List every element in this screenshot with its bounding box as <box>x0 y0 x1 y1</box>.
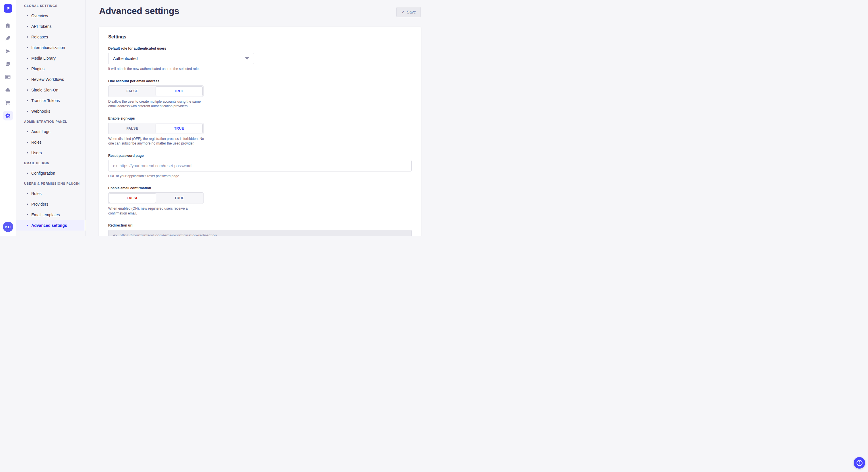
rail-nav <box>3 16 13 121</box>
layout-icon[interactable] <box>3 72 13 82</box>
sidebar-item-label: Plugins <box>31 67 44 71</box>
email-confirmation-false-option[interactable]: FALSE <box>109 193 156 203</box>
one-account-label: One account per email address <box>108 79 412 83</box>
home-icon[interactable] <box>3 20 13 30</box>
bullet-icon <box>27 100 28 101</box>
reset-password-input[interactable] <box>108 160 412 171</box>
sidebar-item-review-workflows[interactable]: Review Workflows <box>16 74 85 85</box>
reset-password-label: Reset password page <box>108 154 412 158</box>
field-sign-ups: Enable sign-ups FALSE TRUE When disabled… <box>108 116 412 146</box>
sidebar-item-label: Configuration <box>31 171 55 175</box>
sidebar-item-label: Media Library <box>31 56 56 61</box>
bullet-icon <box>27 36 28 38</box>
sidebar-item-label: Roles <box>31 140 42 144</box>
sidebar-item-overview[interactable]: Overview <box>16 10 85 21</box>
sidebar-item-plugins[interactable]: Plugins <box>16 63 85 74</box>
sidebar-item-label: Email templates <box>31 212 60 217</box>
sign-ups-true-option[interactable]: TRUE <box>156 124 203 133</box>
bullet-icon <box>27 90 28 91</box>
cloud-icon[interactable] <box>3 85 13 95</box>
bullet-icon <box>27 47 28 48</box>
sidebar-item-label: Releases <box>31 35 48 39</box>
bullet-icon <box>27 79 28 80</box>
sidebar-item-label: Transfer Tokens <box>31 98 60 103</box>
sidebar-item-roles[interactable]: Roles <box>16 188 85 199</box>
sign-ups-toggle: FALSE TRUE <box>108 123 204 134</box>
media-library-icon[interactable] <box>3 59 13 69</box>
bullet-icon <box>27 68 28 69</box>
sidebar-item-email-templates[interactable]: Email templates <box>16 209 85 220</box>
page-title: Advanced settings <box>99 6 179 16</box>
sidebar-item-roles[interactable]: Roles <box>16 137 85 147</box>
sidebar-item-webhooks[interactable]: Webhooks <box>16 106 85 116</box>
field-one-account: One account per email address FALSE TRUE… <box>108 79 412 109</box>
sidebar-item-audit-logs[interactable]: Audit Logs <box>16 126 85 137</box>
redirection-url-label: Redirection url <box>108 224 412 227</box>
bullet-icon <box>27 111 28 112</box>
sidebar-item-media-library[interactable]: Media Library <box>16 53 85 63</box>
bullet-icon <box>27 173 28 174</box>
sidebar-item-label: Internationalization <box>31 45 65 50</box>
bullet-icon <box>27 131 28 132</box>
nav-section-header-administration-panel: ADMINISTRATION PANEL <box>16 116 85 126</box>
bullet-icon <box>27 225 28 226</box>
reset-password-hint: URL of your application's reset password… <box>108 174 412 179</box>
save-button-label: Save <box>407 10 416 14</box>
default-role-select[interactable]: Authenticated <box>108 53 254 64</box>
cart-icon[interactable] <box>3 98 13 107</box>
redirection-url-input[interactable] <box>108 230 412 236</box>
rail-bottom: KD <box>0 218 16 236</box>
bullet-icon <box>27 214 28 215</box>
sidebar-item-label: Single Sign-On <box>31 88 58 92</box>
sidebar-item-configuration[interactable]: Configuration <box>16 168 85 178</box>
email-confirmation-label: Enable email confirmation <box>108 186 412 190</box>
sidebar-item-label: Webhooks <box>31 109 50 113</box>
main-content: Advanced settings ✓ Save Settings Defaul… <box>86 0 434 236</box>
nav-section-header-email-plugin: EMAIL PLUGIN <box>16 158 85 168</box>
avatar[interactable]: KD <box>3 222 13 232</box>
nav-section-header-global-settings: GLOBAL SETTINGS <box>16 1 85 10</box>
sidebar-item-internationalization[interactable]: Internationalization <box>16 42 85 53</box>
default-role-value: Authenticated <box>113 56 138 61</box>
save-button[interactable]: ✓ Save <box>396 7 421 17</box>
one-account-true-option[interactable]: TRUE <box>156 86 203 96</box>
card-heading: Settings <box>108 34 412 40</box>
bullet-icon <box>27 15 28 16</box>
bullet-icon <box>27 204 28 205</box>
check-icon: ✓ <box>401 10 404 14</box>
feather-icon[interactable] <box>3 33 13 43</box>
sidebar-item-label: Review Workflows <box>31 77 64 82</box>
bullet-icon <box>27 152 28 154</box>
sign-ups-hint: When disabled (OFF), the registration pr… <box>108 136 205 146</box>
email-confirmation-true-option[interactable]: TRUE <box>156 193 203 203</box>
one-account-hint: Disallow the user to create multiple acc… <box>108 99 205 109</box>
sidebar-item-providers[interactable]: Providers <box>16 199 85 209</box>
bullet-icon <box>27 26 28 27</box>
send-icon[interactable] <box>3 46 13 56</box>
email-confirmation-toggle: FALSE TRUE <box>108 193 204 204</box>
icon-rail: KD <box>0 0 16 236</box>
sidebar-item-label: Overview <box>31 13 48 18</box>
field-redirection-url: Redirection url <box>108 224 412 236</box>
sidebar-item-transfer-tokens[interactable]: Transfer Tokens <box>16 95 85 106</box>
bullet-icon <box>27 193 28 194</box>
field-default-role: Default role for authenticated users Aut… <box>108 46 412 71</box>
sidebar-item-releases[interactable]: Releases <box>16 32 85 42</box>
sidebar-item-api-tokens[interactable]: API Tokens <box>16 21 85 32</box>
field-reset-password: Reset password page URL of your applicat… <box>108 154 412 179</box>
sign-ups-label: Enable sign-ups <box>108 116 412 121</box>
sidebar-item-advanced-settings[interactable]: Advanced settings <box>16 220 85 231</box>
sidebar-item-users[interactable]: Users <box>16 147 85 158</box>
one-account-toggle: FALSE TRUE <box>108 86 204 97</box>
strapi-logo[interactable] <box>4 4 12 12</box>
default-role-hint: It will attach the new authenticated use… <box>108 67 412 71</box>
sidebar-item-single-sign-on[interactable]: Single Sign-On <box>16 85 85 95</box>
settings-gear-icon[interactable] <box>3 111 13 121</box>
sidebar-item-label: Users <box>31 150 42 155</box>
sidebar-item-label: Roles <box>31 191 42 196</box>
sign-ups-false-option[interactable]: FALSE <box>109 124 156 133</box>
settings-card: Settings Default role for authenticated … <box>99 27 421 236</box>
page-header: Advanced settings ✓ Save <box>86 0 434 17</box>
bullet-icon <box>27 58 28 59</box>
one-account-false-option[interactable]: FALSE <box>109 86 156 96</box>
